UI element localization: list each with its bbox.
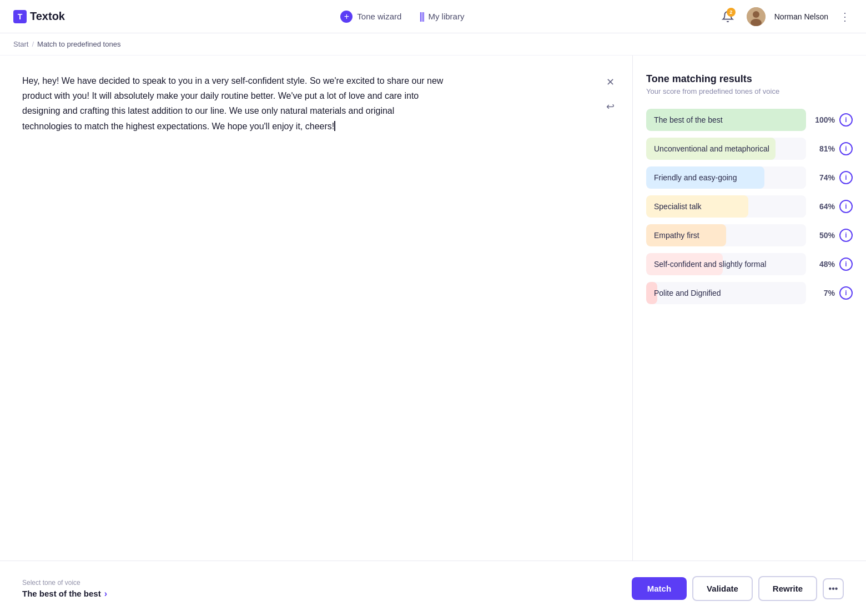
tone-label: Specialist talk [654,202,702,211]
results-subtitle: Your score from predefined tones of voic… [646,87,853,95]
tone-bar-wrapper: Polite and Dignified [646,282,806,304]
notification-button[interactable]: 2 [718,7,738,27]
tone-row: Polite and Dignified 7% i [646,282,853,304]
tone-bar: Empathy first [646,224,726,246]
editor-text: Hey, hey! We have decided to speak to yo… [22,76,443,131]
tone-label: Friendly and easy-going [654,173,737,182]
text-area-wrapper: Hey, hey! We have decided to speak to yo… [22,73,619,586]
tone-bar: Polite and Dignified [646,282,657,304]
tone-percentage: 50% [810,231,835,240]
side-actions: ✕ ↩ [601,73,619,115]
selected-tone-text: The best of the best [22,589,101,598]
tone-percentage: 100% [810,115,835,124]
tone-info-button[interactable]: i [839,200,853,213]
tone-wizard-nav[interactable]: + Tone wizard [340,11,401,23]
tone-row: Empathy first 50% i [646,224,853,246]
notification-badge: 2 [727,8,736,17]
tone-rows: The best of the best 100% i Unconvention… [646,109,853,304]
tone-label: Unconventional and metaphorical [654,144,769,153]
tone-bar: Specialist talk [646,195,748,218]
chevron-right-icon: › [104,589,107,599]
more-options-button[interactable]: ••• [823,578,844,599]
close-button[interactable]: ✕ [601,73,619,91]
svg-point-1 [753,11,759,18]
bottom-actions: Match Validate Rewrite ••• [632,576,844,601]
logo-icon: T [13,10,27,23]
main-nav: + Tone wizard ||| My library [87,11,718,23]
tone-select-value[interactable]: The best of the best › [22,589,107,599]
app-name: Textok [30,10,65,23]
header-right: 2 Norman Nelson ⋮ [718,7,853,27]
tone-selector[interactable]: Select tone of voice The best of the bes… [22,579,107,599]
app-logo[interactable]: T Textok [13,10,65,23]
bottom-bar: Select tone of voice The best of the bes… [0,561,866,616]
tone-select-label: Select tone of voice [22,579,107,587]
tone-bar: The best of the best [646,109,806,131]
tone-bar-wrapper: Specialist talk [646,195,806,218]
tone-percentage: 81% [810,144,835,153]
tone-label: Polite and Dignified [654,289,721,297]
my-library-nav[interactable]: ||| My library [419,11,464,22]
right-panel: Tone matching results Your score from pr… [633,55,866,616]
tone-row: Self-confident and slightly formal 48% i [646,253,853,275]
tone-percentage: 48% [810,260,835,269]
undo-button[interactable]: ↩ [601,98,619,115]
tone-label: Empathy first [654,231,699,240]
breadcrumb-current: Match to predefined tones [37,40,120,48]
header-more-button[interactable]: ⋮ [837,8,853,26]
tone-bar-wrapper: The best of the best [646,109,806,131]
my-library-label: My library [428,12,464,21]
main-content: Hey, hey! We have decided to speak to yo… [0,55,866,616]
tone-row: The best of the best 100% i [646,109,853,131]
avatar [747,7,766,26]
plus-circle-icon: + [340,11,353,23]
breadcrumb: Start / Match to predefined tones [0,33,866,55]
tone-percentage: 74% [810,173,835,182]
breadcrumb-start[interactable]: Start [13,40,28,48]
tone-info-button[interactable]: i [839,257,853,271]
tone-info-button[interactable]: i [839,142,853,155]
match-button[interactable]: Match [632,577,687,600]
tone-bar: Friendly and easy-going [646,166,764,189]
tone-bar-wrapper: Friendly and easy-going [646,166,806,189]
breadcrumb-separator: / [32,40,34,48]
tone-info-button[interactable]: i [839,171,853,184]
tone-info-button[interactable]: i [839,113,853,127]
rewrite-button[interactable]: Rewrite [758,576,817,601]
tone-bar-wrapper: Self-confident and slightly formal [646,253,806,275]
tone-wizard-label: Tone wizard [357,12,401,21]
tone-label: The best of the best [654,115,723,124]
text-cursor [334,121,335,131]
tone-info-button[interactable]: i [839,229,853,242]
tone-row: Friendly and easy-going 74% i [646,166,853,189]
user-name: Norman Nelson [774,12,828,21]
tone-bar: Unconventional and metaphorical [646,138,776,160]
results-title: Tone matching results [646,73,853,85]
app-header: T Textok + Tone wizard ||| My library 2 [0,0,866,33]
three-dots-icon: ••• [829,584,838,594]
avatar-image [747,7,766,26]
tone-bar-wrapper: Unconventional and metaphorical [646,138,806,160]
tone-bar-wrapper: Empathy first [646,224,806,246]
text-editor[interactable]: Hey, hey! We have decided to speak to yo… [22,73,444,156]
validate-button[interactable]: Validate [692,576,753,601]
tone-info-button[interactable]: i [839,286,853,300]
tone-row: Unconventional and metaphorical 81% i [646,138,853,160]
left-panel: Hey, hey! We have decided to speak to yo… [0,55,632,616]
library-icon: ||| [419,11,424,22]
tone-bar: Self-confident and slightly formal [646,253,723,275]
tone-label: Self-confident and slightly formal [654,260,766,269]
tone-row: Specialist talk 64% i [646,195,853,218]
tone-percentage: 7% [810,289,835,297]
tone-percentage: 64% [810,202,835,211]
